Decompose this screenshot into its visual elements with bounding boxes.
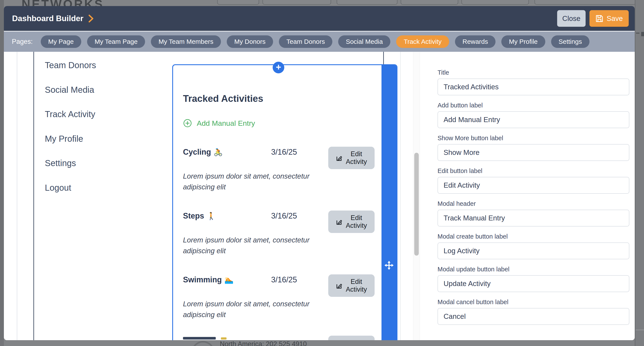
builder-body: Team Donors Social Media Track Activity …: [4, 52, 635, 340]
modal-header-input[interactable]: [438, 210, 629, 226]
field-title: Title: [438, 69, 635, 95]
widget-drag-bar[interactable]: [382, 65, 396, 340]
modal-header-bar: Dashboard Builder Close Save: [4, 6, 635, 31]
canvas-border-line: [34, 52, 34, 340]
sidebar-item-track-activity[interactable]: Track Activity: [45, 109, 95, 119]
chevron-right-icon: [88, 14, 94, 23]
add-widget-button[interactable]: +: [273, 62, 284, 73]
background-logo-arc: [192, 341, 215, 346]
field-modal-header: Modal header: [438, 200, 635, 226]
canvas-guide-line: [17, 52, 17, 340]
page-tab-social-media[interactable]: Social Media: [338, 35, 390, 48]
activity-entry: Cycling🚴 3/16/25 Edit Activity Lorem ips…: [183, 148, 375, 197]
modal-create-button-label-input[interactable]: [438, 242, 629, 259]
backdrop-left-strip: [0, 0, 4, 346]
clipped-activity-emoji: [221, 337, 226, 339]
background-brand-text: NETWORKS: [22, 0, 104, 6]
activity-description: Lorem ipsum dolor sit amet, consectetura…: [183, 171, 310, 192]
close-button[interactable]: Close: [557, 10, 586, 27]
field-label: Title: [438, 69, 635, 76]
pages-label: Pages:: [12, 38, 33, 46]
edit-activity-button[interactable]: Edit Activity: [328, 147, 374, 169]
page-tab-my-team-page[interactable]: My Team Page: [87, 35, 145, 48]
page-tab-team-donors[interactable]: Team Donors: [279, 35, 332, 48]
activity-description: Lorem ipsum dolor sit amet, consectetura…: [183, 235, 310, 256]
backdrop-right-strip: [635, 0, 644, 346]
move-handle-icon: [384, 260, 394, 270]
field-add-button-label: Add button label: [438, 102, 635, 128]
sidebar-item-logout[interactable]: Logout: [45, 182, 71, 193]
modal-title: Dashboard Builder: [12, 14, 84, 23]
add-manual-entry-button[interactable]: Add Manual Entry: [183, 119, 255, 128]
background-stat-card: [337, 0, 398, 5]
widget-inspector-panel: Title Add button label Show More button …: [420, 52, 635, 340]
field-label: Modal create button label: [438, 233, 635, 240]
background-footer-text: North America: 202 525 4910: [220, 340, 307, 346]
edit-activity-button[interactable]: Edit Activity: [328, 274, 374, 297]
sidebar-item-settings[interactable]: Settings: [45, 158, 76, 168]
page-tab-rewards[interactable]: Rewards: [455, 35, 496, 48]
backdrop-bottom-strip: North America: 202 525 4910: [0, 340, 644, 346]
activity-date: 3/16/25: [271, 275, 297, 284]
canvas-scrollbar[interactable]: [413, 52, 420, 340]
plus-circle-icon: [183, 119, 192, 128]
activity-entry: Swimming🏊 3/16/25 Edit Activity Lorem ip…: [183, 275, 375, 325]
field-show-more-button-label: Show More button label: [438, 135, 635, 161]
widget-title: Tracked Activities: [183, 93, 264, 104]
page-tab-my-team-members[interactable]: My Team Members: [151, 35, 221, 48]
sidebar-item-my-profile[interactable]: My Profile: [45, 134, 83, 144]
pages-bar: Pages: My Page My Team Page My Team Memb…: [4, 32, 635, 52]
field-label: Edit button label: [438, 167, 635, 175]
canvas-guide-line: [400, 52, 401, 340]
save-button[interactable]: Save: [590, 10, 629, 27]
activity-name: Steps🚶: [183, 211, 216, 220]
field-label: Show More button label: [438, 135, 635, 142]
activity-name: Swimming🏊: [183, 275, 234, 284]
field-modal-create-button-label: Modal create button label: [438, 233, 635, 259]
activity-name: Cycling🚴: [183, 148, 223, 157]
page-tab-track-activity[interactable]: Track Activity: [396, 35, 449, 48]
activity-date: 3/16/25: [271, 148, 297, 157]
page-tab-my-page[interactable]: My Page: [41, 35, 81, 48]
edit-icon: [335, 218, 343, 226]
walking-emoji: 🚶: [207, 212, 216, 220]
field-label: Modal update button label: [438, 266, 635, 273]
field-label: Modal cancel button label: [438, 298, 635, 306]
show-more-button-label-input[interactable]: [438, 144, 629, 161]
background-stat-card: 0: [262, 0, 331, 5]
title-input[interactable]: [438, 79, 629, 95]
activity-description: Lorem ipsum dolor sit amet, consectetura…: [183, 298, 310, 320]
sidebar-item-team-donors[interactable]: Team Donors: [45, 60, 96, 70]
add-button-label-input[interactable]: [438, 111, 629, 128]
page-tab-my-profile[interactable]: My Profile: [501, 35, 545, 48]
field-edit-button-label: Edit button label: [438, 167, 635, 194]
edit-activity-button[interactable]: Edit Activity: [328, 336, 374, 340]
page-tab-settings[interactable]: Settings: [551, 35, 590, 48]
field-label: Add button label: [438, 102, 635, 109]
background-stat-card: 0: [217, 0, 259, 5]
edit-icon: [335, 154, 343, 162]
activity-entry: Steps🚶 3/16/25 Edit Activity Lorem ipsum…: [183, 211, 375, 261]
field-modal-update-button-label: Modal update button label: [438, 266, 635, 292]
activity-entry-clipped: Edit Activity: [183, 336, 375, 340]
edit-activity-button[interactable]: Edit Activity: [328, 211, 374, 233]
save-icon: [595, 15, 604, 23]
modal-update-button-label-input[interactable]: [438, 275, 629, 292]
background-stat-card: 1: [462, 0, 529, 5]
selected-widget[interactable]: Tracked Activities Add Manual Entry Cycl…: [172, 64, 398, 340]
background-scrollbar-thumb: [641, 32, 644, 36]
edit-icon: [335, 282, 343, 289]
modal-cancel-button-label-input[interactable]: [438, 308, 629, 325]
background-stat-card: [534, 0, 636, 5]
swimming-emoji: 🏊: [224, 276, 234, 284]
edit-button-label-input[interactable]: [438, 177, 629, 194]
sidebar-item-social-media[interactable]: Social Media: [45, 85, 94, 95]
field-modal-cancel-button-label: Modal cancel button label: [438, 298, 635, 325]
add-manual-entry-label: Add Manual Entry: [197, 119, 255, 128]
save-button-label: Save: [606, 15, 623, 23]
page-tab-my-donors[interactable]: My Donors: [227, 35, 273, 48]
canvas-scrollbar-thumb[interactable]: [414, 153, 419, 256]
activity-date: 3/16/25: [271, 211, 297, 220]
dashboard-builder-modal: Dashboard Builder Close Save Pages: My P…: [4, 6, 635, 340]
clipped-activity-name: [183, 337, 216, 339]
